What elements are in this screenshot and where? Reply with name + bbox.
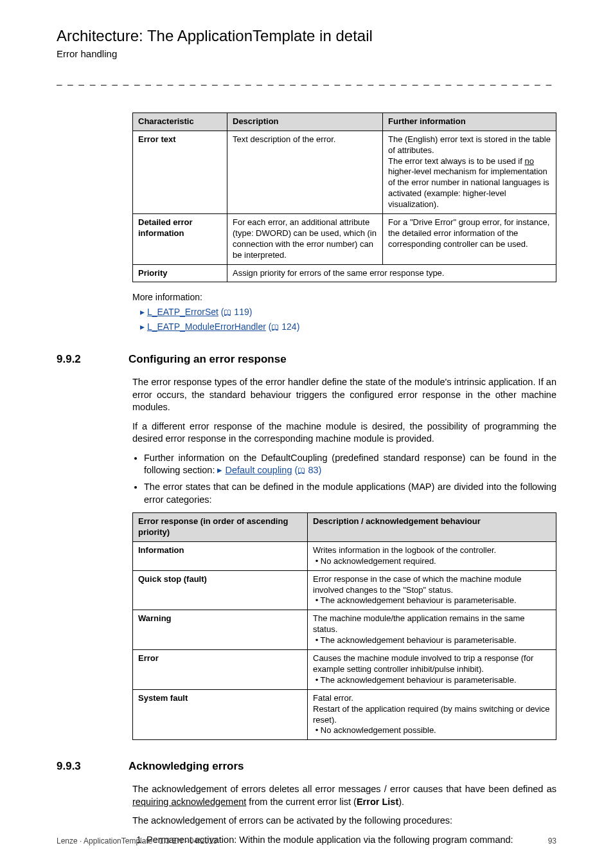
page-footer: Lenze · ApplicationTemplate · 1.3 EN - 0… — [57, 836, 556, 846]
link-row[interactable]: ▸ L_EATP_ModuleErrorHandler (🕮 124) — [140, 321, 556, 333]
divider: _ _ _ _ _ _ _ _ _ _ _ _ _ _ _ _ _ _ _ _ … — [57, 74, 556, 87]
list-item: Further information on the DefaultCoupli… — [144, 452, 556, 477]
cell-text: Restart of the application required (by … — [313, 704, 550, 725]
th-characteristic: Characteristic — [133, 113, 227, 131]
cell-text: Error response in the case of which the … — [313, 574, 521, 595]
cell-text: The (English) error text is stored in th… — [388, 134, 551, 155]
link-page: 83 — [308, 465, 318, 475]
table-row: Information Writes information in the lo… — [133, 541, 556, 570]
link-text[interactable]: L_EATP_ModuleErrorHandler — [147, 321, 266, 332]
text: The acknowledgement of errors deletes al… — [132, 784, 556, 794]
section-number: 9.9.2 — [57, 352, 129, 367]
cell-text: • No acknowledgement required. — [315, 556, 436, 566]
section-heading-992: 9.9.2Configuring an error response — [57, 352, 556, 367]
table-row: Detailed error information For each erro… — [133, 214, 556, 265]
table-row: Quick stop (fault) Error response in the… — [133, 570, 556, 610]
cell-desc: Causes the machine module involved to tr… — [308, 650, 556, 690]
footer-page-number: 93 — [548, 836, 556, 846]
cell-text: The machine module/the application remai… — [313, 613, 525, 634]
section-title: Configuring an error response — [129, 353, 287, 365]
cell-description-span: Assign priority for errors of the same e… — [227, 264, 556, 282]
cell-response: Quick stop (fault) — [138, 574, 207, 584]
book-icon: 🕮 — [298, 466, 305, 475]
cell-description: For each error, an additional attribute … — [227, 214, 383, 265]
cell-characteristic: Priority — [138, 268, 168, 278]
cell-text: • The acknowledgement behaviour is param… — [315, 675, 517, 685]
inline-link[interactable]: ▸ Default coupling (🕮 83) — [217, 465, 321, 475]
table-row: Error Causes the machine module involved… — [133, 650, 556, 690]
table-header-row: Characteristic Description Further infor… — [133, 113, 556, 131]
text-underline: requiring acknowledgement — [132, 797, 246, 807]
cell-text: • The acknowledgement behaviour is param… — [315, 635, 517, 645]
cell-desc: Error response in the case of which the … — [308, 570, 556, 610]
link-page: 119 — [234, 307, 249, 317]
table-row: Priority Assign priority for errors of t… — [133, 264, 556, 282]
link-text[interactable]: L_EATP_ErrorSet — [147, 307, 218, 317]
book-icon: 🕮 — [271, 323, 279, 332]
link-page: 124 — [281, 321, 296, 332]
cell-text: • The acknowledgement behaviour is param… — [315, 595, 517, 605]
paragraph: If a different error response of the mac… — [132, 420, 556, 446]
running-subtitle: Error handling — [57, 48, 556, 60]
cell-text: Causes the machine module involved to tr… — [313, 653, 533, 674]
cell-response: Warning — [138, 613, 172, 623]
list-item: The error states that can be defined in … — [144, 481, 556, 506]
table-row: Warning The machine module/the applicati… — [133, 610, 556, 650]
more-info-label: More information: — [132, 291, 556, 303]
th-response: Error response (in order of ascending pr… — [133, 513, 308, 542]
cell-desc: Fatal error. Restart of the application … — [308, 689, 556, 740]
paragraph: The acknowledgement of errors can be act… — [132, 815, 556, 827]
cell-text: The error text always is to be used if — [388, 156, 524, 166]
cell-further: For a "Drive Error" group error, for ins… — [383, 214, 556, 265]
characteristics-table: Characteristic Description Further infor… — [132, 113, 556, 283]
table-row: Error text Text description of the error… — [133, 131, 556, 213]
bullet-list: Further information on the DefaultCoupli… — [132, 452, 556, 506]
cell-further: The (English) error text is stored in th… — [383, 131, 556, 213]
section-heading-993: 9.9.3Acknowledging errors — [57, 759, 556, 774]
cell-text: • No acknowledgement possible. — [315, 725, 436, 735]
book-icon: 🕮 — [224, 308, 231, 317]
section-number: 9.9.3 — [57, 759, 129, 774]
list-text: Further information on the DefaultCoupli… — [144, 453, 556, 476]
table-header-row: Error response (in order of ascending pr… — [133, 513, 556, 542]
cell-response: Information — [138, 545, 184, 555]
table-row: System fault Fatal error. Restart of the… — [133, 689, 556, 740]
running-title: Architecture: The ApplicationTemplate in… — [57, 26, 556, 46]
cell-response: Error — [138, 653, 159, 663]
cell-desc: Writes information in the logbook of the… — [308, 541, 556, 570]
paragraph: The acknowledgement of errors deletes al… — [132, 783, 556, 808]
error-response-table: Error response (in order of ascending pr… — [132, 512, 556, 740]
link-text[interactable]: Default coupling — [225, 465, 292, 475]
cell-text: Fatal error. — [313, 693, 353, 703]
paragraph: The error response types of the error ha… — [132, 376, 556, 414]
th-description: Description — [227, 113, 383, 131]
footer-left: Lenze · ApplicationTemplate · 1.3 EN - 0… — [57, 836, 217, 846]
link-list: ▸ L_EATP_ErrorSet (🕮 119) ▸ L_EATP_Modul… — [140, 306, 556, 333]
cell-text: Writes information in the logbook of the… — [313, 545, 496, 555]
cell-characteristic: Error text — [138, 134, 176, 144]
link-row[interactable]: ▸ L_EATP_ErrorSet (🕮 119) — [140, 306, 556, 318]
text-bold: Error List — [357, 797, 398, 807]
arrow-icon: ▸ — [140, 321, 145, 332]
th-further: Further information — [383, 113, 556, 131]
section-title: Acknowledging errors — [129, 760, 244, 772]
cell-desc: The machine module/the application remai… — [308, 610, 556, 650]
cell-characteristic: Detailed error information — [138, 217, 193, 238]
cell-response: System fault — [138, 693, 188, 703]
text: ). — [398, 797, 404, 807]
arrow-icon: ▸ — [217, 465, 222, 475]
th-desc-ack: Description / acknowledgement behaviour — [308, 513, 556, 542]
text: from the current error list ( — [246, 797, 357, 807]
cell-text-underline: no — [524, 156, 533, 166]
cell-text: higher-level mechanism for implementatio… — [388, 167, 549, 209]
cell-description: Text description of the error. — [227, 131, 383, 213]
arrow-icon: ▸ — [140, 307, 145, 317]
